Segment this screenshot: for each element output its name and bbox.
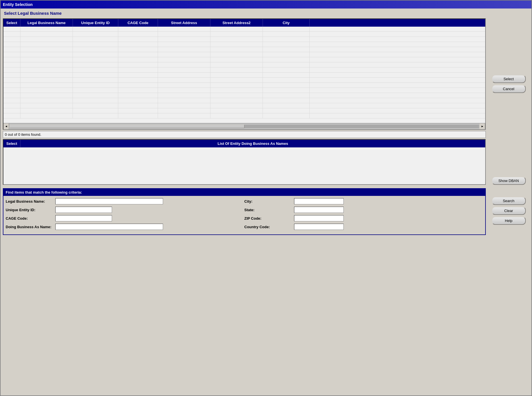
- uei-label: Unique Entity ID:: [6, 208, 55, 212]
- table-row[interactable]: [3, 62, 485, 67]
- table-row[interactable]: [3, 98, 485, 103]
- table-row[interactable]: [3, 32, 485, 37]
- table-row[interactable]: [3, 108, 485, 113]
- table-row[interactable]: [3, 67, 485, 73]
- dban-col-list: List Of Entity Doing Business As Names: [20, 140, 485, 147]
- col-header-select: Select: [3, 19, 20, 27]
- col-header-lbn: Legal Business Name: [20, 19, 73, 27]
- scroll-left-button[interactable]: ◄: [3, 123, 9, 130]
- top-side-panel: Select Cancel Show DBAN: [488, 10, 529, 185]
- scroll-track[interactable]: [10, 125, 479, 128]
- table-row[interactable]: [3, 47, 485, 52]
- table-row[interactable]: [3, 103, 485, 108]
- country-field-row: Country Code:: [244, 224, 483, 230]
- title-bar: Entity Selection: [1, 1, 531, 9]
- dban-field-row: Doing Business As Name:: [6, 224, 244, 230]
- zip-label: ZIP Code:: [244, 216, 294, 221]
- horizontal-scrollbar[interactable]: ◄ ►: [3, 123, 485, 129]
- table-row[interactable]: [3, 88, 485, 93]
- city-field-row: City:: [244, 198, 483, 204]
- right-fields: City: State: ZIP Code: Country Code:: [244, 198, 483, 232]
- scroll-thumb[interactable]: [10, 125, 244, 128]
- uei-field-row: Unique Entity ID:: [6, 207, 244, 213]
- state-field-row: State:: [244, 207, 483, 213]
- cage-label: CAGE Code:: [6, 216, 55, 221]
- state-input[interactable]: [294, 207, 344, 213]
- col-header-cage: CAGE Code: [118, 19, 158, 27]
- country-input[interactable]: [294, 224, 344, 230]
- col-header-addr: Street Address: [158, 19, 210, 27]
- window-title: Entity Selection: [3, 2, 33, 7]
- search-criteria-section: Find items that match the following crit…: [3, 188, 486, 235]
- col-header-addr2: Street Address2: [210, 19, 263, 27]
- table-row[interactable]: [3, 52, 485, 57]
- table-row[interactable]: [3, 73, 485, 78]
- clear-button[interactable]: Clear: [492, 207, 526, 215]
- scroll-right-icon: ►: [481, 125, 484, 128]
- table-row[interactable]: [3, 78, 485, 83]
- table-row[interactable]: [3, 37, 485, 42]
- col-header-city: City: [263, 19, 310, 27]
- dban-input[interactable]: [55, 224, 163, 230]
- table-header: Select Legal Business Name Unique Entity…: [3, 19, 485, 27]
- search-fields-grid: Legal Business Name: Unique Entity ID: C…: [3, 196, 485, 234]
- search-header: Find items that match the following crit…: [3, 189, 485, 196]
- city-input[interactable]: [294, 198, 344, 204]
- dban-body: [3, 147, 485, 184]
- scroll-left-icon: ◄: [5, 125, 8, 128]
- main-window: Entity Selection Select Legal Business N…: [0, 0, 532, 396]
- table-body: [3, 27, 485, 123]
- cancel-button[interactable]: Cancel: [492, 85, 526, 93]
- uei-input[interactable]: [55, 207, 112, 213]
- table-row[interactable]: [3, 93, 485, 98]
- dban-field-label: Doing Business As Name:: [6, 225, 55, 229]
- table-row[interactable]: [3, 57, 485, 62]
- state-label: State:: [244, 208, 294, 212]
- table-row[interactable]: [3, 83, 485, 88]
- lbn-field-row: Legal Business Name:: [6, 198, 244, 204]
- dban-header: Select List Of Entity Doing Business As …: [3, 140, 485, 147]
- results-table-container: Select Legal Business Name Unique Entity…: [3, 18, 486, 130]
- show-dban-button[interactable]: Show DBAN: [492, 177, 526, 185]
- search-button[interactable]: Search: [492, 197, 526, 205]
- cage-field-row: CAGE Code:: [6, 215, 244, 221]
- cage-input[interactable]: [55, 215, 112, 221]
- left-fields: Legal Business Name: Unique Entity ID: C…: [6, 198, 244, 232]
- select-button[interactable]: Select: [492, 75, 526, 83]
- zip-field-row: ZIP Code:: [244, 215, 483, 221]
- items-found-text: 0 out of 0 items found.: [3, 131, 486, 138]
- scroll-right-button[interactable]: ►: [480, 123, 485, 130]
- bottom-side-panel: Search Clear Help: [488, 188, 529, 235]
- lbn-label: Legal Business Name:: [6, 199, 55, 204]
- table-row[interactable]: [3, 113, 485, 118]
- lbn-input[interactable]: [55, 198, 163, 204]
- dban-table-container: Select List Of Entity Doing Business As …: [3, 139, 486, 185]
- country-label: Country Code:: [244, 225, 294, 229]
- help-button[interactable]: Help: [492, 217, 526, 225]
- dban-col-select: Select: [3, 140, 20, 147]
- select-lbn-label: Select Legal Business Name: [3, 10, 486, 17]
- table-row[interactable]: [3, 42, 485, 47]
- table-row[interactable]: [3, 27, 485, 32]
- zip-input[interactable]: [294, 215, 344, 221]
- col-header-uei: Unique Entity ID: [73, 19, 118, 27]
- city-label: City:: [244, 199, 294, 204]
